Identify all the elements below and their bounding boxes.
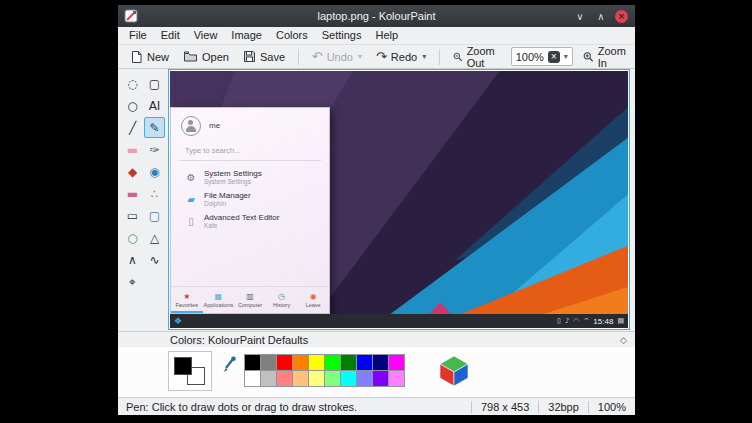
launcher-tab-icon: ◉: [310, 292, 317, 301]
palette-color-cell[interactable]: [388, 370, 405, 387]
user-avatar: [181, 116, 201, 136]
status-separator: [471, 401, 472, 413]
palette-color-cell[interactable]: [292, 354, 309, 371]
palette-color-cell[interactable]: [244, 370, 261, 387]
open-folder-icon: [183, 50, 198, 63]
launcher-tab-icon: ★: [183, 292, 190, 301]
tool-ellipse[interactable]: ○: [122, 227, 143, 248]
tray-icon: ^: [583, 317, 589, 325]
launcher-tab: ▥ Computer: [234, 287, 266, 313]
minimize-button[interactable]: ∨: [573, 9, 587, 23]
palette-color-cell[interactable]: [276, 354, 293, 371]
undo-button[interactable]: ↶ Undo ▾: [306, 47, 368, 66]
menu-item[interactable]: Help: [368, 27, 405, 44]
launcher-tab-label: History: [273, 302, 290, 308]
zoom-level: 100%: [598, 401, 635, 413]
palette-color-cell[interactable]: [324, 354, 341, 371]
title-bar[interactable]: laptop.png - KolourPaint ∨ ∧ ×: [118, 5, 635, 27]
dropper-icon: [221, 356, 237, 374]
palette-color-cell[interactable]: [388, 354, 405, 371]
palette-color-cell[interactable]: [356, 370, 373, 387]
tool-line[interactable]: ╱: [122, 117, 143, 138]
colors-dock: Colors: KolourPaint Defaults ◇: [118, 331, 635, 397]
screenshot-taskbar: ❖ ▯ ♪ ◠ ^: [170, 314, 628, 328]
palette-color-cell[interactable]: [372, 354, 389, 371]
canvas-viewport[interactable]: me Type to search... ⚙ System Settings S: [168, 69, 630, 330]
palette-color-cell[interactable]: [324, 370, 341, 387]
status-bar: Pen: Click to draw dots or drag to draw …: [118, 397, 635, 415]
tool-curve[interactable]: ∿: [144, 249, 165, 270]
launcher-tab-icon: ◷: [278, 292, 285, 301]
status-separator: [588, 401, 589, 413]
new-button[interactable]: New: [124, 48, 175, 66]
palette-color-cell[interactable]: [244, 354, 261, 371]
zoom-in-button[interactable]: Zoom In: [577, 43, 635, 71]
open-button[interactable]: Open: [177, 48, 235, 65]
tool-polygon[interactable]: △: [144, 227, 165, 248]
status-message: Pen: Click to draw dots or drag to draw …: [118, 401, 357, 413]
launcher-item-label: Advanced Text Editor: [204, 213, 279, 222]
tool-rectangle[interactable]: ▭: [122, 205, 143, 226]
tool-color-picker[interactable]: ◉: [144, 161, 165, 182]
zoom-out-icon: [453, 50, 463, 64]
foreground-color-swatch[interactable]: [174, 357, 192, 375]
menu-item[interactable]: Settings: [315, 27, 369, 44]
tool-pen[interactable]: ✎: [144, 117, 165, 138]
save-button[interactable]: Save: [237, 48, 291, 65]
menu-bar: File Edit View Image Colors Settings Hel…: [118, 27, 635, 45]
colors-dock-header[interactable]: Colors: KolourPaint Defaults ◇: [118, 331, 635, 347]
launcher-tab: ◉ Leave: [297, 287, 329, 313]
palette-color-cell[interactable]: [340, 354, 357, 371]
tool-connected-lines[interactable]: ∧: [122, 249, 143, 270]
tool-eraser[interactable]: ▬: [122, 139, 143, 160]
new-document-icon: [130, 50, 143, 64]
canvas-image[interactable]: me Type to search... ⚙ System Settings S: [170, 71, 628, 328]
palette-color-cell[interactable]: [292, 370, 309, 387]
palette-color-cell[interactable]: [340, 370, 357, 387]
palette-color-cell[interactable]: [260, 354, 277, 371]
color-swatch-card[interactable]: [168, 351, 212, 391]
clear-zoom-icon[interactable]: ×: [548, 51, 560, 63]
palette-color-cell[interactable]: [372, 370, 389, 387]
colors-dock-title: Colors: KolourPaint Defaults: [118, 334, 308, 346]
menu-item[interactable]: Edit: [154, 27, 187, 44]
kolourpaint-window: laptop.png - KolourPaint ∨ ∧ × File Edit…: [118, 5, 635, 415]
tool-selection-elliptical[interactable]: ○: [122, 95, 143, 116]
dock-float-icon[interactable]: ◇: [620, 335, 627, 345]
zoom-combobox[interactable]: 100% × ▾: [511, 47, 573, 66]
tool-selection-free-form[interactable]: ◌: [122, 73, 143, 94]
close-button[interactable]: ×: [615, 10, 628, 23]
image-dimensions: 798 x 453: [481, 401, 529, 413]
zoom-out-button[interactable]: Zoom Out: [447, 43, 507, 71]
tool-text[interactable]: AI: [144, 95, 165, 116]
search-placeholder: Type to search...: [185, 146, 240, 155]
menu-item[interactable]: Image: [224, 27, 269, 44]
palette-color-cell[interactable]: [260, 370, 277, 387]
menu-item[interactable]: File: [122, 27, 154, 44]
tool-zoom[interactable]: ⌖: [122, 271, 143, 292]
maximize-button[interactable]: ∧: [594, 9, 608, 23]
tool-brush[interactable]: ✑: [144, 139, 165, 160]
launcher-item-subtitle: System Settings: [204, 178, 262, 186]
palette-color-cell[interactable]: [308, 370, 325, 387]
color-similarity-cube[interactable]: [438, 354, 470, 388]
tool-color-eraser[interactable]: ▬: [122, 183, 143, 204]
launcher-item-subtitle: Kate: [204, 222, 279, 230]
menu-item[interactable]: Colors: [269, 27, 315, 44]
menu-item[interactable]: View: [187, 27, 225, 44]
zoom-in-icon: [583, 50, 594, 64]
palette-color-cell[interactable]: [276, 370, 293, 387]
palette-color-cell[interactable]: [356, 354, 373, 371]
redo-button[interactable]: ↷ Redo ▾: [370, 47, 432, 66]
tool-selection-rectangular[interactable]: ▢: [144, 73, 165, 94]
tool-flood-fill[interactable]: ◆: [122, 161, 143, 182]
tool-spraycan[interactable]: ∴: [144, 183, 165, 204]
palette-color-cell[interactable]: [308, 354, 325, 371]
tool-box: ◌ ▢ ○ AI ╱ ✎ ▬ ✑: [118, 69, 168, 331]
tool-rounded-rectangle[interactable]: ▢: [144, 205, 165, 226]
zoom-value[interactable]: 100%: [516, 51, 544, 63]
redo-dropdown-arrow[interactable]: ▾: [422, 52, 426, 61]
zoom-dropdown-arrow[interactable]: ▾: [564, 52, 568, 61]
user-name: me: [209, 121, 220, 130]
panel-handle-icon: ▤: [617, 317, 624, 325]
